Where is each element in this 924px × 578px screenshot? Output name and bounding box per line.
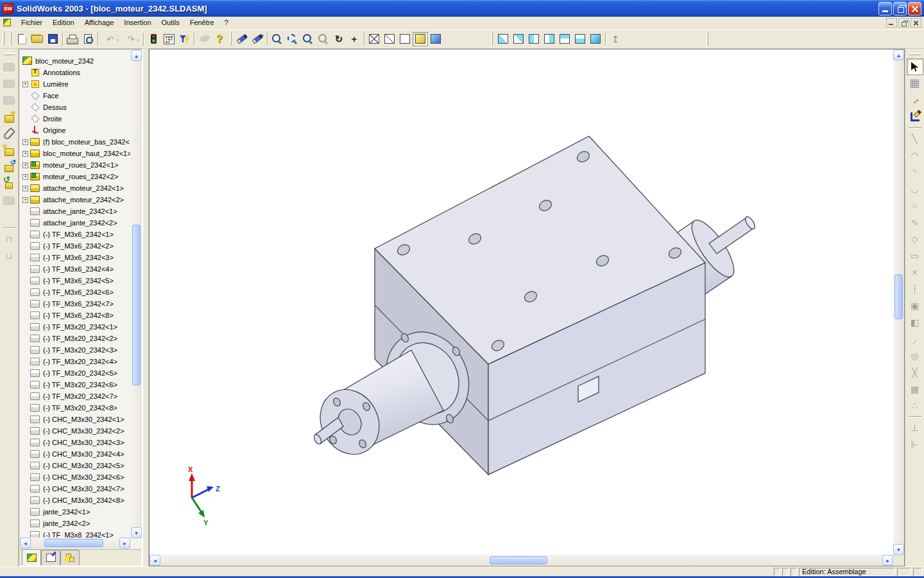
menu-fichier[interactable]: Fichier: [16, 17, 47, 28]
mate-button[interactable]: [1, 125, 17, 142]
tree-item[interactable]: (-) TF_M3x20_2342<7>: [20, 390, 130, 402]
tree-item-lumiere[interactable]: Lumière: [20, 78, 130, 90]
verification-button[interactable]: [234, 32, 250, 46]
polygon-button[interactable]: ◇: [907, 231, 923, 247]
view-right-button[interactable]: [542, 32, 557, 46]
tree-item[interactable]: (-) TF_M3x6_2342<1>: [20, 229, 130, 240]
tree-item[interactable]: (-) TF_M3x20_2342<6>: [20, 379, 130, 390]
minimize-button[interactable]: [878, 2, 892, 15]
mdi-close-button[interactable]: [911, 18, 921, 28]
toolbar-grip[interactable]: [3, 33, 4, 46]
tree-item[interactable]: jante_2342<1>: [20, 506, 130, 518]
verification-add-button[interactable]: [250, 32, 265, 46]
circular-pattern-button[interactable]: ∴: [907, 398, 923, 414]
tree-item[interactable]: (-) TF_M3x20_2342<8>: [20, 402, 130, 414]
shaded-button[interactable]: [413, 32, 428, 46]
menu-insertion[interactable]: Insertion: [119, 17, 156, 28]
expand-icon[interactable]: [22, 82, 28, 87]
redo-button[interactable]: ↷: [121, 32, 141, 46]
tree-item[interactable]: (-) TF_M3x6_2342<6>: [20, 286, 130, 298]
tree-item[interactable]: (-) TF_M3x6_2342<3>: [20, 252, 130, 263]
mdi-minimize-button[interactable]: [886, 18, 897, 28]
tree-item[interactable]: jante_2342<2>: [20, 518, 130, 529]
tree-item[interactable]: (-) TF_M3x8_2342<1>: [20, 529, 130, 538]
exploded-view-button[interactable]: [1, 192, 17, 209]
trim-button[interactable]: ╳: [907, 364, 923, 381]
scroll-down-button[interactable]: ▾: [131, 527, 142, 538]
toolbar-grip[interactable]: [491, 33, 493, 46]
viewport-vertical-scrollbar[interactable]: ▴ ▾: [893, 49, 904, 555]
tree-item[interactable]: (-) TF_M3x6_2342<2>: [20, 240, 130, 252]
menu-edition[interactable]: Edition: [47, 17, 80, 28]
view-normal-to-button[interactable]: ↥: [608, 32, 623, 46]
hidden-lines-visible-button[interactable]: [382, 32, 397, 46]
tree-item[interactable]: (-) CHC_M3x30_2342<6>: [20, 471, 130, 483]
menu-aide[interactable]: ?: [219, 17, 234, 28]
tree-item-face[interactable]: Face: [20, 90, 130, 101]
selection-filter-button[interactable]: [176, 32, 192, 46]
hidden-lines-removed-button[interactable]: [397, 32, 413, 46]
tree-item[interactable]: attache_moteur_2342<2>: [20, 194, 130, 206]
point-button[interactable]: ×: [907, 264, 923, 281]
tree-item[interactable]: moteur_roues_2342<1>: [20, 159, 130, 171]
tree-item[interactable]: (-) TF_M3x20_2342<2>: [20, 333, 130, 344]
menu-outils[interactable]: Outils: [157, 17, 185, 28]
view-bottom-button[interactable]: [572, 32, 588, 46]
grid-button[interactable]: [907, 75, 923, 92]
three-point-arc-button[interactable]: ◡: [907, 180, 923, 197]
tree-item-droite[interactable]: Droite: [20, 113, 130, 125]
view-front-button[interactable]: [495, 32, 511, 46]
save-button[interactable]: [45, 32, 60, 46]
expand-icon[interactable]: [22, 186, 28, 191]
tree-item[interactable]: bloc_moteur_haut_2342<1>: [20, 148, 130, 159]
expand-icon[interactable]: [22, 151, 28, 157]
pan-button[interactable]: +: [346, 32, 362, 46]
close-button[interactable]: [908, 2, 921, 15]
tree-horizontal-scrollbar[interactable]: ◂ ▸: [20, 538, 130, 548]
offset-button[interactable]: ◎: [907, 347, 923, 364]
tab-feature-manager[interactable]: [22, 549, 41, 565]
scroll-right-button[interactable]: ▸: [119, 538, 130, 548]
tree-item[interactable]: (-) CHC_M3x30_2342<1>: [20, 414, 130, 425]
scroll-up-button[interactable]: ▴: [131, 50, 142, 61]
tab-property-manager[interactable]: [41, 550, 60, 565]
scrollbar-thumb[interactable]: [132, 225, 141, 385]
select-button[interactable]: [907, 58, 923, 75]
menu-affichage[interactable]: Affichage: [80, 17, 119, 28]
tree-item[interactable]: (-) CHC_M3x30_2342<4>: [20, 448, 130, 460]
simulation-button-2[interactable]: ⊔: [1, 247, 17, 264]
tree-item[interactable]: (-) CHC_M3x30_2342<2>: [20, 425, 130, 437]
toolbar-grip[interactable]: [230, 33, 232, 46]
rotate-view-button[interactable]: ↻: [331, 32, 346, 46]
tangent-arc-button[interactable]: ◝: [907, 164, 923, 180]
tree-item-dessus[interactable]: Dessus: [20, 101, 130, 113]
expand-icon[interactable]: [22, 197, 28, 203]
print-button[interactable]: [65, 32, 80, 46]
tree-item[interactable]: (-) CHC_M3x30_2342<3>: [20, 437, 130, 448]
rotate-component-button[interactable]: [1, 175, 17, 192]
sketch-button[interactable]: [907, 109, 923, 125]
model-3d[interactable]: [150, 49, 894, 556]
scrollbar-thumb[interactable]: [894, 274, 903, 319]
tree-item[interactable]: (-) TF_M3x6_2342<7>: [20, 298, 130, 310]
zoom-in-out-button[interactable]: [300, 32, 316, 46]
rectangle-button[interactable]: ▭: [907, 247, 923, 264]
render-button[interactable]: [196, 32, 212, 46]
tree-item-origine[interactable]: Origine: [20, 125, 130, 136]
toolbar-grip[interactable]: [3, 53, 15, 55]
tree-item[interactable]: (-) TF_M3x20_2342<1>: [20, 321, 130, 333]
scroll-right-button[interactable]: ▸: [882, 555, 893, 566]
tree-item-annotations[interactable]: Annotations: [20, 67, 130, 78]
undo-button[interactable]: ↶: [100, 32, 121, 46]
tree-item[interactable]: (-) TF_M3x6_2342<8>: [20, 310, 130, 321]
rebuild-button[interactable]: [146, 32, 161, 46]
wireframe-button[interactable]: [366, 32, 382, 46]
spline-button[interactable]: ∿: [907, 214, 923, 231]
convert-entities-button[interactable]: ▣: [907, 297, 923, 314]
scrollbar-thumb[interactable]: [490, 556, 547, 565]
restore-button[interactable]: [893, 2, 907, 15]
toolbar-grip[interactable]: [909, 53, 921, 55]
tree-item[interactable]: (-) CHC_M3x30_2342<5>: [20, 460, 130, 471]
tree-item[interactable]: attache_moteur_2342<1>: [20, 182, 130, 194]
tab-configuration-manager[interactable]: [60, 550, 80, 565]
